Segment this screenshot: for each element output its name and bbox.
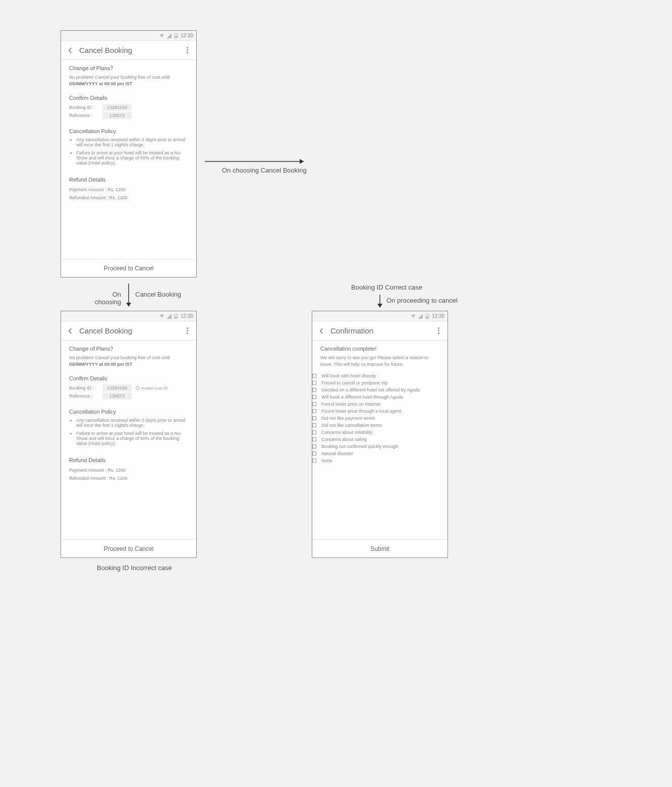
policy-item: Failure to arrive at your hotel will be … — [76, 150, 188, 165]
reason-label: Will book with hotel directly — [321, 373, 376, 378]
svg-rect-6 — [175, 33, 177, 34]
back-icon[interactable] — [317, 327, 325, 335]
change-heading: Change of Plans? — [69, 65, 188, 71]
status-time: 12:30 — [181, 313, 193, 319]
reason-label: Found lower price through a local agent — [321, 409, 401, 414]
reason-label: Booking not confirmed quickly enough — [321, 444, 398, 449]
checkbox-icon[interactable] — [312, 452, 316, 456]
svg-rect-12 — [426, 314, 428, 314]
flow-label: Cancel Booking — [135, 291, 181, 298]
screen-body: Change of Plans? No problem! Cancel your… — [61, 341, 196, 539]
reason-item[interactable]: Concerns about safety — [312, 436, 447, 443]
refund-heading: Refund Details — [69, 457, 188, 463]
reference-label: Reference : — [69, 113, 98, 118]
checkbox-icon[interactable] — [312, 444, 316, 448]
reason-item[interactable]: Natural disaster — [312, 450, 447, 457]
svg-rect-9 — [175, 314, 177, 314]
flow-label: On proceeding to cancel — [386, 297, 458, 304]
checkbox-icon[interactable] — [312, 459, 316, 463]
wifi-icon — [159, 33, 164, 38]
checkbox-icon[interactable] — [312, 388, 316, 392]
screen-cancel-incorrect: 12:30 Cancel Booking Change of Plans? No… — [61, 311, 197, 558]
battery-icon — [425, 314, 430, 319]
booking-id-input[interactable] — [102, 384, 132, 391]
checkbox-icon[interactable] — [312, 416, 316, 420]
refunded-amount: Refunded Amount : Rs. 1100 — [69, 474, 188, 482]
change-text: No problem! Cancel your booking free of … — [69, 74, 188, 87]
status-time: 12:30 — [181, 33, 193, 38]
payment-amount: Payment Amount : Rs. 1200 — [69, 186, 188, 194]
reason-item[interactable]: Did not like payment terms — [312, 415, 447, 422]
reason-list: Will book with hotel directlyForced to c… — [312, 370, 447, 466]
policy-item: Any cancellation received within 2 day/s… — [76, 418, 188, 428]
signal-icon — [166, 314, 172, 319]
reference-input[interactable] — [102, 112, 132, 119]
policy-list: Any cancellation received within 2 day/s… — [69, 418, 188, 446]
signal-icon — [418, 314, 423, 319]
booking-id-input[interactable] — [102, 104, 132, 111]
reason-label: Decided on a different hotel not offered… — [321, 387, 420, 392]
policy-item: Failure to arrive at your hotel will be … — [76, 431, 188, 446]
more-icon[interactable] — [183, 47, 191, 53]
reason-item[interactable]: Found lower price on Internet — [312, 401, 447, 408]
arrow-right-icon — [204, 155, 310, 167]
flow-caption: Booking ID Incorrect case — [97, 564, 172, 572]
reason-item[interactable]: Will book a different hotel through Agod… — [312, 394, 447, 401]
more-icon[interactable] — [434, 327, 442, 334]
checkbox-icon[interactable] — [312, 402, 316, 406]
policy-list: Any cancellation received within 2 day/s… — [69, 137, 188, 165]
reason-item[interactable]: Booking not confirmed quickly enough — [312, 443, 447, 450]
reason-label: None — [321, 458, 332, 463]
reason-item[interactable]: None — [312, 457, 447, 464]
status-bar: 12:30 — [61, 31, 196, 41]
policy-item: Any cancellation received within 2 day/s… — [76, 137, 188, 147]
confirm-details-heading: Confirm Details — [69, 95, 188, 101]
submit-button[interactable]: Submit — [312, 539, 447, 557]
back-icon[interactable] — [66, 46, 74, 54]
booking-id-label: Booking ID : — [69, 105, 98, 110]
status-bar: 12:30 — [312, 311, 447, 321]
proceed-button[interactable]: Proceed to Cancel — [61, 539, 196, 557]
error-badge: ! Invalid User ID — [136, 386, 167, 390]
reason-item[interactable]: Forced to cancel or postpone trip — [312, 379, 447, 386]
battery-icon — [174, 33, 179, 38]
reason-label: Will book a different hotel through Agod… — [321, 395, 403, 400]
policy-heading: Cancellation Policy — [69, 128, 188, 134]
checkbox-icon[interactable] — [312, 374, 316, 378]
reason-label: Found lower price on Internet — [321, 402, 380, 407]
reason-label: Natural disaster — [321, 451, 353, 456]
app-bar: Cancel Booking — [61, 41, 196, 60]
reason-item[interactable]: Decided on a different hotel not offered… — [312, 386, 447, 394]
flow-label: On choosing Cancel Booking — [222, 166, 307, 174]
confirmation-heading: Cancellation complete! — [320, 346, 439, 352]
reason-label: Forced to cancel or postpone trip — [321, 380, 388, 385]
svg-rect-8 — [175, 316, 177, 318]
confirmation-text: We are sorry to see you go! Please selec… — [320, 355, 439, 367]
page-title: Cancel Booking — [79, 46, 183, 54]
screen-body: Change of Plans? No problem! Cancel your… — [61, 60, 196, 259]
screen-confirmation: 12:30 Confirmation Cancellation complete… — [312, 311, 448, 558]
reason-label: Concerns about reliability — [321, 430, 372, 435]
checkbox-icon[interactable] — [312, 430, 316, 434]
more-icon[interactable] — [183, 327, 191, 334]
wifi-icon — [159, 314, 164, 319]
change-heading: Change of Plans? — [69, 346, 188, 352]
back-icon[interactable] — [66, 327, 74, 335]
refunded-amount: Refunded Amount : Rs. 1100 — [69, 194, 188, 202]
battery-icon — [174, 314, 179, 319]
checkbox-icon[interactable] — [312, 409, 316, 413]
checkbox-icon[interactable] — [312, 437, 316, 441]
flow-label: On choosing — [85, 291, 121, 306]
reason-item[interactable]: Found lower price through a local agent — [312, 408, 447, 415]
reason-item[interactable]: Concerns about reliability — [312, 429, 447, 436]
reference-input[interactable] — [102, 392, 132, 400]
reason-item[interactable]: Will book with hotel directly — [312, 372, 447, 379]
app-bar: Confirmation — [312, 321, 447, 341]
proceed-button[interactable]: Proceed to Cancel — [61, 259, 196, 277]
reason-item[interactable]: Did not like cancellation terms — [312, 422, 447, 429]
error-icon: ! — [136, 386, 140, 390]
checkbox-icon[interactable] — [312, 395, 316, 399]
checkbox-icon[interactable] — [312, 423, 316, 427]
app-bar: Cancel Booking — [61, 321, 196, 341]
checkbox-icon[interactable] — [312, 381, 316, 385]
